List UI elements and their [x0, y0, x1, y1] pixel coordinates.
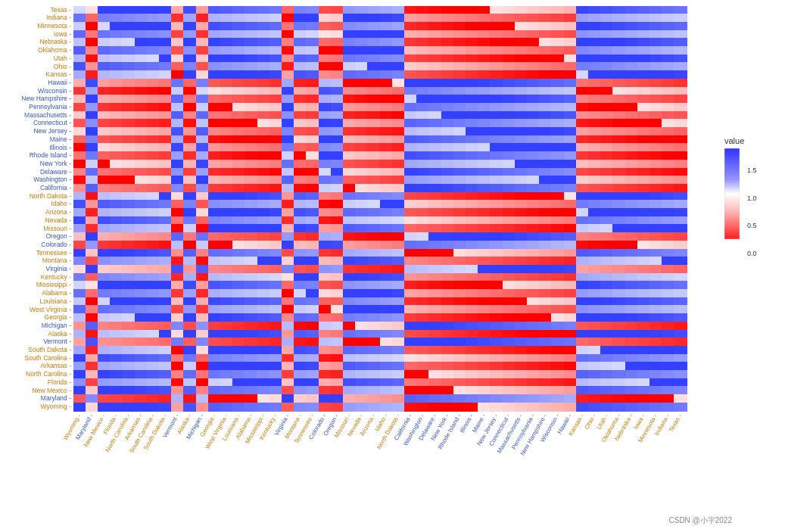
legend-title: value	[724, 136, 770, 145]
legend-mid-high: 1.0	[747, 194, 757, 202]
legend-mid-low: 0.5	[747, 222, 757, 229]
heatmap-container: value 1.5 1.0 0.5 0.0 CSDN @小宇2022	[0, 0, 785, 532]
legend-gradient	[724, 148, 740, 239]
legend-labels: 1.5 1.0 0.5 0.0	[747, 166, 757, 257]
legend: value 1.5 1.0 0.5 0.0	[724, 136, 770, 148]
legend-min: 0.0	[747, 250, 757, 257]
watermark: CSDN @小宇2022	[668, 515, 732, 526]
heatmap-canvas	[0, 0, 785, 532]
legend-max: 1.5	[747, 166, 757, 174]
